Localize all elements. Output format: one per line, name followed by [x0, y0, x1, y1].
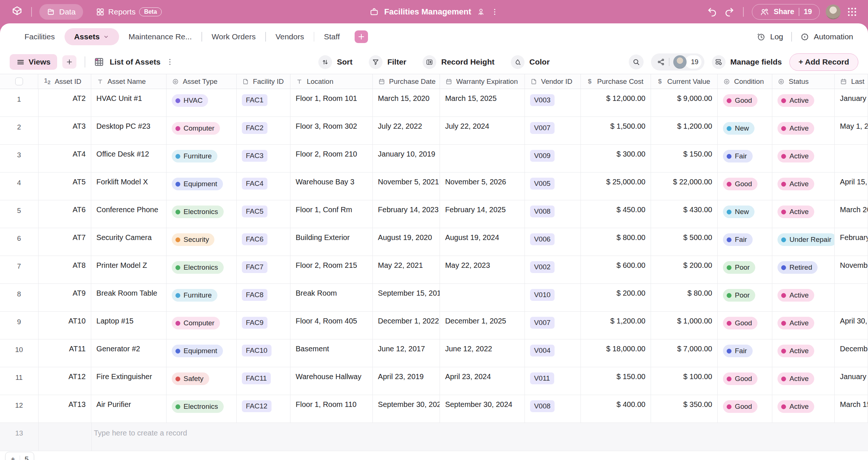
column-header-asset_name[interactable]: Asset Name: [91, 74, 167, 89]
color-button[interactable]: Color: [511, 55, 550, 69]
base-menu-kebab-icon[interactable]: [490, 8, 499, 16]
cell-current_value[interactable]: $ 150.00: [651, 145, 718, 172]
cell-last[interactable]: May 1, 20: [835, 117, 868, 144]
cell-warranty_expiration[interactable]: November 5, 2026: [440, 172, 525, 200]
cell-asset_type[interactable]: Equipment: [167, 339, 237, 367]
cell-facility_id[interactable]: FAC10: [237, 339, 290, 367]
cell-warranty_expiration[interactable]: February 14, 2025: [440, 200, 525, 228]
cell-status[interactable]: Active: [772, 312, 835, 339]
cell-facility_id[interactable]: FAC5: [237, 200, 290, 228]
cell-condition[interactable]: Poor: [718, 256, 772, 283]
cell-purchase_date[interactable]: December 1, 2022: [373, 312, 440, 339]
cell-warranty_expiration[interactable]: [440, 145, 525, 172]
cell-current_value[interactable]: $ 500.00: [651, 228, 718, 256]
row-number-cell[interactable]: 12: [0, 395, 39, 423]
cell-status[interactable]: Active: [772, 145, 835, 172]
cell-condition[interactable]: Good: [718, 172, 772, 200]
cell-last[interactable]: January: [835, 367, 868, 395]
cell-condition[interactable]: Fair: [718, 145, 772, 172]
cell-asset_name[interactable]: HVAC Unit #1: [91, 89, 167, 116]
cell-status[interactable]: Retired: [772, 256, 835, 283]
cell-warranty_expiration[interactable]: April 23, 2024: [440, 367, 525, 395]
cell-location[interactable]: Break Room: [290, 284, 373, 311]
cell-last[interactable]: April 30,: [835, 312, 868, 339]
cell-asset_id[interactable]: AT13: [39, 395, 91, 423]
cell-vendor_id[interactable]: V011: [525, 367, 581, 395]
cell-asset_id[interactable]: AT9: [39, 284, 91, 311]
row-number-cell[interactable]: 3: [0, 145, 39, 172]
cell-warranty_expiration[interactable]: August 19, 2024: [440, 228, 525, 256]
row-number-cell[interactable]: 10: [0, 339, 39, 367]
column-header-warranty_expiration[interactable]: Warranty Expiration: [440, 74, 525, 89]
cell-current_value[interactable]: $ 7,000.00: [651, 339, 718, 367]
manage-fields-button[interactable]: Manage fields: [712, 55, 782, 69]
cell-current_value[interactable]: $ 80.00: [651, 284, 718, 311]
cell-purchase_date[interactable]: February 14, 2023: [373, 200, 440, 228]
cell-purchase_date[interactable]: January 10, 2019: [373, 145, 440, 172]
cell-status[interactable]: Active: [772, 117, 835, 144]
automation-button[interactable]: Automation: [800, 32, 853, 42]
sort-button[interactable]: Sort: [318, 55, 352, 69]
cell-last[interactable]: April 15,: [835, 172, 868, 200]
cell-asset_id[interactable]: AT7: [39, 228, 91, 256]
cell-asset_id[interactable]: AT6: [39, 200, 91, 228]
cell-warranty_expiration[interactable]: September 30, 2024: [440, 395, 525, 423]
cell-purchase_cost[interactable]: $ 200.00: [581, 284, 651, 311]
cell-facility_id[interactable]: FAC1: [237, 89, 290, 116]
cell-location[interactable]: Warehouse Hallway: [290, 367, 373, 395]
cell-purchase_date[interactable]: April 23, 2019: [373, 367, 440, 395]
add-view-button[interactable]: [62, 55, 76, 69]
cell-last[interactable]: [835, 145, 868, 172]
cell-location[interactable]: Floor 1, Conf Rm: [290, 200, 373, 228]
cell-current_value[interactable]: $ 1,000.00: [651, 312, 718, 339]
cell-asset_type[interactable]: Furniture: [167, 145, 237, 172]
cell-purchase_date[interactable]: July 22, 2022: [373, 117, 440, 144]
tab-assets[interactable]: Assets: [65, 28, 119, 45]
cell-status[interactable]: Active: [772, 367, 835, 395]
cell-current_value[interactable]: $ 100.00: [651, 367, 718, 395]
cell-asset_name[interactable]: Laptop #15: [91, 312, 167, 339]
cell-asset_name[interactable]: Break Room Table: [91, 284, 167, 311]
cell-last[interactable]: January: [835, 89, 868, 116]
cell-facility_id[interactable]: FAC7: [237, 256, 290, 283]
cell-status[interactable]: Active: [772, 284, 835, 311]
add-table-button[interactable]: [355, 30, 368, 43]
cell-asset_id[interactable]: AT5: [39, 172, 91, 200]
base-title[interactable]: Facilities Management: [384, 7, 471, 17]
column-header-current_value[interactable]: $Current Value: [651, 74, 718, 89]
tab-vendors[interactable]: Vendors: [266, 28, 314, 45]
cell-condition[interactable]: New: [718, 200, 772, 228]
redo-icon[interactable]: [724, 6, 735, 17]
column-header-purchase_date[interactable]: Purchase Date: [373, 74, 440, 89]
cell-vendor_id[interactable]: V010: [525, 284, 581, 311]
cell-purchase_cost[interactable]: $ 800.00: [581, 228, 651, 256]
cell-asset_id[interactable]: AT8: [39, 256, 91, 283]
search-button[interactable]: [629, 55, 644, 69]
cell-asset_id[interactable]: AT10: [39, 312, 91, 339]
cell-vendor_id[interactable]: V002: [525, 256, 581, 283]
cell-location[interactable]: Floor 1, Room 101: [290, 89, 373, 116]
user-avatar[interactable]: [826, 4, 841, 19]
collaborator-icon[interactable]: [476, 7, 485, 16]
cell-asset_type[interactable]: Computer: [167, 312, 237, 339]
record-height-button[interactable]: Record Height: [423, 55, 495, 69]
cell-warranty_expiration[interactable]: [440, 284, 525, 311]
cell-purchase_cost[interactable]: $ 600.00: [581, 256, 651, 283]
cell-condition[interactable]: Good: [718, 89, 772, 116]
cell-warranty_expiration[interactable]: May 22, 2023: [440, 256, 525, 283]
cell-purchase_cost[interactable]: $ 1,500.00: [581, 117, 651, 144]
cell-condition[interactable]: Fair: [718, 339, 772, 367]
row-number-cell[interactable]: 7: [0, 256, 39, 283]
cell-status[interactable]: Active: [772, 339, 835, 367]
undo-icon[interactable]: [707, 6, 718, 17]
cell-warranty_expiration[interactable]: July 22, 2024: [440, 117, 525, 144]
cell-asset_name[interactable]: Conference Phone: [91, 200, 167, 228]
create-record-placeholder[interactable]: Type here to create a record: [92, 423, 187, 451]
cell-current_value[interactable]: $ 22,000.00: [651, 172, 718, 200]
view-menu-kebab-icon[interactable]: [166, 58, 174, 66]
column-header-facility_id[interactable]: Facility ID: [237, 74, 290, 89]
row-number-cell[interactable]: 11: [0, 367, 39, 395]
cell-asset_type[interactable]: Furniture: [167, 284, 237, 311]
cell-condition[interactable]: Good: [718, 367, 772, 395]
cell-asset_type[interactable]: Electronics: [167, 395, 237, 423]
